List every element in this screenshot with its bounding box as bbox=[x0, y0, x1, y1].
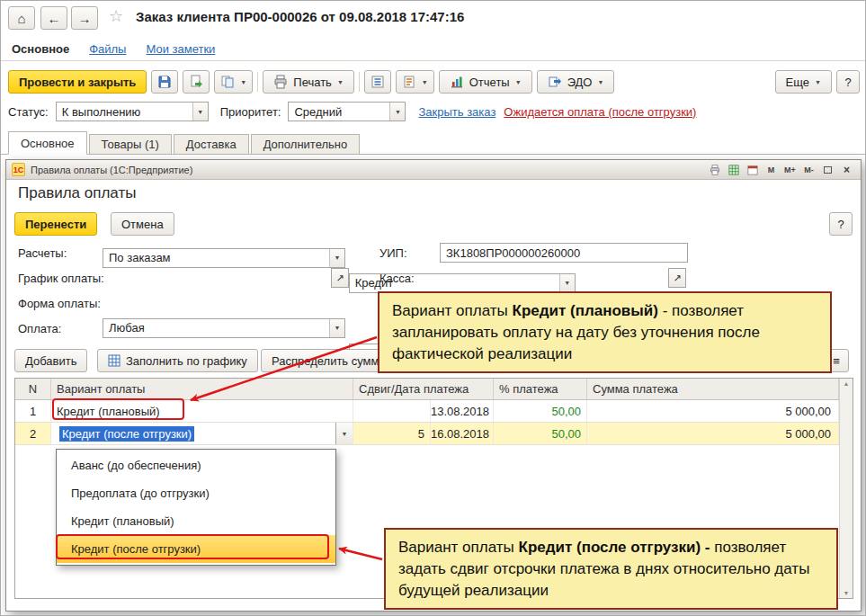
row2-shift[interactable]: 5 bbox=[353, 423, 431, 444]
row1-date[interactable]: 13.08.2018 bbox=[431, 400, 494, 422]
priority-combo-arrow[interactable]: ▼ bbox=[389, 103, 405, 121]
copy-button[interactable]: ▼ bbox=[214, 70, 253, 94]
tooltip-bold-text: Кредит (после отгрузки) - bbox=[519, 539, 710, 556]
back-button[interactable]: ← bbox=[40, 6, 67, 30]
payment-rules-dialog: 1С Правила оплаты (1С:Предприятие) М М+ … bbox=[5, 159, 862, 612]
dialog-title: Правила оплаты (1С:Предприятие) bbox=[31, 165, 192, 175]
nav-link-files[interactable]: Файлы bbox=[89, 42, 126, 56]
calc-combo-arrow[interactable]: ▼ bbox=[329, 249, 344, 267]
scroll-down-icon[interactable]: ▼ bbox=[844, 590, 850, 596]
tab-additional[interactable]: Дополнительно bbox=[251, 134, 361, 154]
payment-status-link[interactable]: Ожидается оплата (после отгрузки) bbox=[504, 105, 696, 119]
annotation-tooltip-credit-planned: Вариант оплаты Кредит (плановый) - позво… bbox=[378, 291, 832, 373]
calc-label: Расчеты: bbox=[18, 246, 67, 260]
document-tabs: Основное Товары (1) Доставка Дополнитель… bbox=[1, 130, 866, 155]
table-row[interactable]: 2 Кредит (после отгрузки) ▼ 5 16.08.2018… bbox=[15, 423, 839, 445]
cancel-button[interactable]: Отмена bbox=[111, 212, 174, 236]
table-header: N Вариант оплаты Сдвиг/Дата платежа % пл… bbox=[15, 379, 839, 400]
dialog-titlebar[interactable]: 1С Правила оплаты (1С:Предприятие) М М+ … bbox=[6, 160, 861, 180]
more-button[interactable]: Еще▼ bbox=[775, 70, 832, 94]
status-combo-arrow[interactable]: ▼ bbox=[192, 103, 208, 121]
titlebar-table-button[interactable] bbox=[725, 163, 742, 177]
journal-button[interactable] bbox=[364, 70, 391, 94]
row1-percent[interactable]: 50,00 bbox=[494, 400, 587, 422]
post-and-close-button[interactable]: Провести и закрыть bbox=[8, 70, 147, 94]
edo-button[interactable]: ЭДО▼ bbox=[537, 70, 615, 94]
calc-value: По заказам bbox=[103, 249, 329, 267]
row1-number: 1 bbox=[15, 400, 51, 422]
transfer-button[interactable]: Перенести bbox=[14, 212, 97, 236]
close-dialog-button[interactable]: × bbox=[838, 163, 855, 177]
dialog-help-button[interactable]: ? bbox=[829, 212, 853, 236]
status-combobox[interactable]: К выполнению ▼ bbox=[56, 102, 209, 121]
transfer-label: Перенести bbox=[25, 218, 86, 231]
memory-plus-button[interactable]: М+ bbox=[781, 163, 799, 177]
dialog-heading: Правила оплаты bbox=[18, 184, 136, 202]
variant-edit-cell[interactable]: Кредит (после отгрузки) ▼ bbox=[51, 423, 353, 444]
favorite-star-icon[interactable]: ☆ bbox=[109, 8, 123, 24]
row1-shift[interactable] bbox=[353, 400, 431, 422]
column-header-shift-date[interactable]: Сдвиг/Дата платежа bbox=[353, 379, 494, 399]
titlebar-calendar-button[interactable] bbox=[744, 163, 761, 177]
print-button[interactable]: Печать▼ bbox=[263, 70, 354, 94]
dropdown-item-credit-planned[interactable]: Кредит (плановый) bbox=[57, 507, 335, 535]
forward-button[interactable]: → bbox=[71, 6, 98, 30]
row1-variant[interactable]: Кредит (плановый) bbox=[51, 400, 353, 422]
table-scrollbar[interactable]: ▲ ▼ bbox=[839, 379, 853, 598]
help-button[interactable]: ? bbox=[836, 70, 860, 94]
section-nav: Основное Файлы Мои заметки bbox=[1, 37, 866, 61]
list-icon bbox=[371, 75, 385, 89]
schedule-combo-arrow[interactable]: ▼ bbox=[559, 274, 575, 292]
home-button[interactable]: ⌂ bbox=[8, 6, 35, 30]
restore-window-button[interactable] bbox=[819, 163, 836, 177]
chevron-down-icon: ▼ bbox=[335, 325, 341, 331]
nav-item-main[interactable]: Основное bbox=[12, 42, 69, 56]
tab-delivery[interactable]: Доставка bbox=[174, 134, 249, 154]
close-order-link[interactable]: Закрыть заказ bbox=[418, 105, 495, 119]
reports-button[interactable]: Отчеты▼ bbox=[439, 70, 532, 94]
nav-link-notes[interactable]: Мои заметки bbox=[146, 42, 215, 56]
schedule-open-button[interactable]: ↗ bbox=[331, 268, 349, 288]
uip-input[interactable]: ЗК1808ПР000000260000 bbox=[440, 243, 688, 263]
add-row-button[interactable]: Добавить bbox=[14, 349, 87, 372]
tab-additional-label: Дополнительно bbox=[263, 138, 348, 151]
row2-sum[interactable]: 5 000,00 bbox=[587, 423, 839, 444]
table-row[interactable]: 1 Кредит (плановый) 13.08.2018 50,00 5 0… bbox=[15, 400, 839, 423]
tab-goods[interactable]: Товары (1) bbox=[89, 134, 172, 154]
dropdown-item-credit-after-shipment[interactable]: Кредит (после отгрузки) bbox=[57, 535, 335, 563]
chevron-down-icon: ▼ bbox=[422, 79, 428, 85]
tab-main[interactable]: Основное bbox=[8, 131, 87, 155]
main-toolbar: Провести и закрыть ▼ Печать▼ ▼ Отчеты▼ Э… bbox=[1, 68, 866, 95]
column-header-n[interactable]: N bbox=[15, 379, 51, 399]
row1-sum[interactable]: 5 000,00 bbox=[587, 400, 839, 422]
memory-minus-button[interactable]: М- bbox=[800, 163, 817, 177]
tab-main-label: Основное bbox=[21, 137, 75, 150]
memory-store-button[interactable]: М bbox=[763, 163, 780, 177]
titlebar-print-button[interactable] bbox=[706, 163, 723, 177]
calc-combobox[interactable]: По заказам ▼ bbox=[103, 248, 345, 268]
forward-arrow-icon: → bbox=[78, 12, 92, 25]
documents-menu-button[interactable]: ▼ bbox=[396, 70, 434, 94]
payform-combo-arrow[interactable]: ▼ bbox=[329, 319, 344, 337]
column-header-sum[interactable]: Сумма платежа bbox=[587, 379, 839, 399]
dropdown-item-advance[interactable]: Аванс (до обеспечения) bbox=[57, 451, 335, 479]
payform-value: Любая bbox=[103, 319, 329, 337]
row2-percent[interactable]: 50,00 bbox=[494, 423, 587, 444]
variant-combo-arrow[interactable]: ▼ bbox=[335, 423, 353, 444]
tab-delivery-label: Доставка bbox=[186, 138, 237, 151]
chevron-down-icon: ▼ bbox=[197, 109, 203, 115]
row2-date[interactable]: 16.08.2018 bbox=[431, 423, 494, 444]
1c-logo-icon: 1С bbox=[12, 163, 25, 176]
create-based-on-button[interactable] bbox=[183, 70, 210, 94]
column-header-variant[interactable]: Вариант оплаты bbox=[51, 379, 353, 399]
fill-by-schedule-button[interactable]: Заполнить по графику bbox=[97, 349, 258, 372]
dropdown-item-prepayment[interactable]: Предоплата (до отгрузки) bbox=[57, 479, 335, 507]
cashbox-open-button[interactable]: ↗ bbox=[668, 268, 686, 288]
column-header-percent[interactable]: % платежа bbox=[494, 379, 587, 399]
scroll-up-icon[interactable]: ▲ bbox=[844, 380, 850, 387]
schedule-label: График оплаты: bbox=[18, 272, 104, 285]
save-button[interactable] bbox=[151, 70, 178, 94]
payform-combobox[interactable]: Любая ▼ bbox=[103, 318, 345, 338]
dialog-help-label: ? bbox=[837, 218, 844, 231]
priority-combobox[interactable]: Средний ▼ bbox=[288, 102, 406, 121]
